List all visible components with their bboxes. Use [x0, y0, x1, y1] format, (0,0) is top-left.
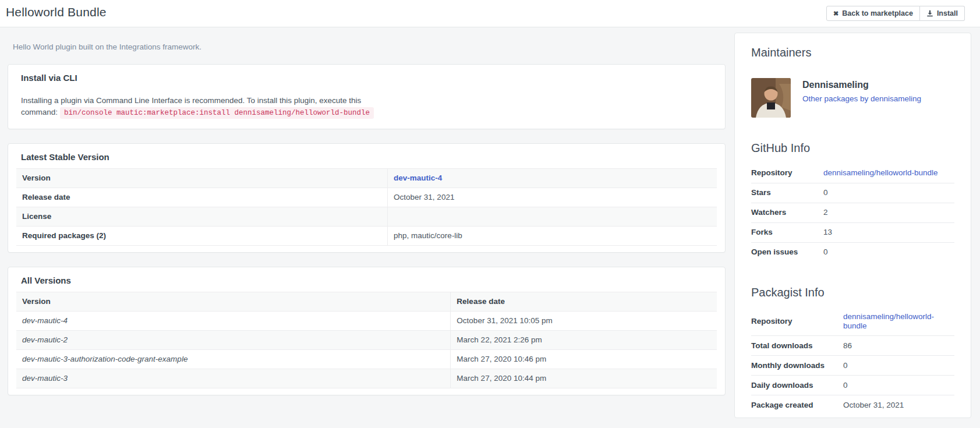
table-row: Monthly downloads 0 — [751, 356, 954, 376]
row-label: Total downloads — [751, 336, 843, 356]
row-value: 0 — [843, 376, 954, 395]
table-row: Stars 0 — [751, 183, 954, 203]
column-header-version: Version — [16, 292, 451, 312]
packagist-repository-link[interactable]: dennisameling/helloworld-bundle — [843, 312, 934, 330]
row-value: php, mautic/core-lib — [388, 227, 717, 246]
row-label: Monthly downloads — [751, 356, 843, 376]
row-label: Repository — [751, 163, 823, 183]
sidebar: Maintainers Dennisameling Other packages… — [734, 33, 971, 418]
row-value: dev-mautic-4 — [388, 169, 717, 188]
table-row: Repository dennisameling/helloworld-bund… — [751, 307, 954, 336]
table-row: Daily downloads 0 — [751, 376, 954, 395]
install-cli-heading: Install via CLI — [16, 72, 717, 84]
maintainer-name: Dennisameling — [802, 79, 921, 91]
table-row: dev-mautic-3-authorization-code-grant-ex… — [16, 350, 717, 369]
packagist-info-heading: Packagist Info — [751, 285, 954, 300]
maintainer-avatar — [751, 78, 791, 118]
content-column: Hello World plugin built on the Integrat… — [8, 28, 726, 409]
other-packages-link[interactable]: Other packages by dennisameling — [802, 93, 921, 105]
row-label: Stars — [751, 183, 823, 203]
table-row: dev-mautic-4 October 31, 2021 10:05 pm — [16, 312, 717, 331]
table-row: License — [16, 207, 717, 227]
row-label: Package created — [751, 395, 843, 415]
table-row: Total downloads 86 — [751, 336, 954, 356]
row-value: 0 — [823, 242, 954, 262]
maintainer-meta: Dennisameling Other packages by dennisam… — [802, 78, 921, 118]
row-value: October 31, 2021 — [843, 395, 954, 415]
table-row: Open issues 0 — [751, 242, 954, 262]
table-row: Required packages (2) php, mautic/core-l… — [16, 227, 717, 246]
packagist-info-table: Repository dennisameling/helloworld-bund… — [751, 307, 954, 415]
row-value: 86 — [843, 336, 954, 356]
row-label: Release date — [16, 188, 388, 207]
release-date-cell: March 27, 2020 10:44 pm — [451, 369, 717, 388]
github-info-table: Repository dennisameling/helloworld-bund… — [751, 163, 954, 262]
latest-stable-table: Version dev-mautic-4 Release date Octobe… — [16, 168, 717, 246]
install-button[interactable]: Install — [920, 6, 965, 21]
row-label: Version — [16, 169, 388, 188]
row-label: Repository — [751, 307, 843, 336]
table-row: Forks 13 — [751, 222, 954, 242]
table-row: Release date October 31, 2021 — [16, 188, 717, 207]
row-label: Daily downloads — [751, 376, 843, 395]
row-value: dennisameling/helloworld-bundle — [823, 163, 954, 183]
maintainer-item: Dennisameling Other packages by dennisam… — [751, 78, 954, 118]
release-date-cell: March 22, 2021 2:26 pm — [451, 331, 717, 350]
version-link[interactable]: dev-mautic-4 — [394, 174, 442, 182]
cli-instructions: Installing a plugin via Command Line Int… — [16, 95, 717, 122]
back-to-marketplace-button[interactable]: ✖ Back to marketplace — [826, 6, 920, 21]
cli-command: bin/console mautic:marketplace:install d… — [60, 107, 374, 119]
table-row: Repository dennisameling/helloworld-bund… — [751, 163, 954, 183]
close-icon: ✖ — [833, 10, 839, 17]
page-title: Helloworld Bundle — [6, 5, 107, 19]
row-label: Open issues — [751, 242, 823, 262]
version-cell: dev-mautic-4 — [16, 312, 451, 331]
row-value — [388, 207, 717, 227]
row-label: Watchers — [751, 203, 823, 222]
column-header-release-date: Release date — [451, 292, 717, 312]
release-date-cell: March 27, 2020 10:46 pm — [451, 350, 717, 369]
back-to-marketplace-label: Back to marketplace — [842, 9, 913, 17]
row-value: 13 — [823, 222, 954, 242]
table-row: dev-mautic-3 March 27, 2020 10:44 pm — [16, 369, 717, 388]
release-date-cell: October 31, 2021 10:05 pm — [451, 312, 717, 331]
install-label: Install — [937, 9, 958, 17]
table-row: dev-mautic-2 March 22, 2021 2:26 pm — [16, 331, 717, 350]
row-label: Required packages (2) — [16, 227, 388, 246]
row-label: Forks — [751, 222, 823, 242]
download-icon — [926, 10, 933, 17]
version-cell: dev-mautic-3-authorization-code-grant-ex… — [16, 350, 451, 369]
table-row: Version dev-mautic-4 — [16, 169, 717, 188]
github-info-heading: GitHub Info — [751, 140, 954, 156]
latest-stable-heading: Latest Stable Version — [16, 151, 717, 163]
latest-stable-card: Latest Stable Version Version dev-mautic… — [8, 143, 726, 253]
row-value: 0 — [823, 183, 954, 203]
row-value: 0 — [843, 356, 954, 376]
plugin-description: Hello World plugin built on the Integrat… — [8, 28, 726, 64]
install-cli-card: Install via CLI Installing a plugin via … — [8, 64, 726, 129]
row-value: dennisameling/helloworld-bundle — [843, 307, 954, 336]
table-header-row: Version Release date — [16, 292, 717, 312]
row-value: October 31, 2021 — [388, 188, 717, 207]
page-header: Helloworld Bundle ✖ Back to marketplace … — [0, 0, 980, 27]
maintainers-heading: Maintainers — [751, 45, 954, 61]
row-label: License — [16, 207, 388, 227]
version-cell: dev-mautic-2 — [16, 331, 451, 350]
all-versions-heading: All Versions — [16, 275, 717, 286]
github-repository-link[interactable]: dennisameling/helloworld-bundle — [823, 168, 938, 177]
header-button-group: ✖ Back to marketplace Install — [826, 6, 965, 21]
row-value: 2 — [823, 203, 954, 222]
main-area: Hello World plugin built on the Integrat… — [0, 28, 980, 428]
table-row: Watchers 2 — [751, 203, 954, 222]
version-cell: dev-mautic-3 — [16, 369, 451, 388]
all-versions-table: Version Release date dev-mautic-4 Octobe… — [16, 292, 717, 388]
all-versions-card: All Versions Version Release date dev-ma… — [8, 267, 726, 395]
table-row: Package created October 31, 2021 — [751, 395, 954, 415]
